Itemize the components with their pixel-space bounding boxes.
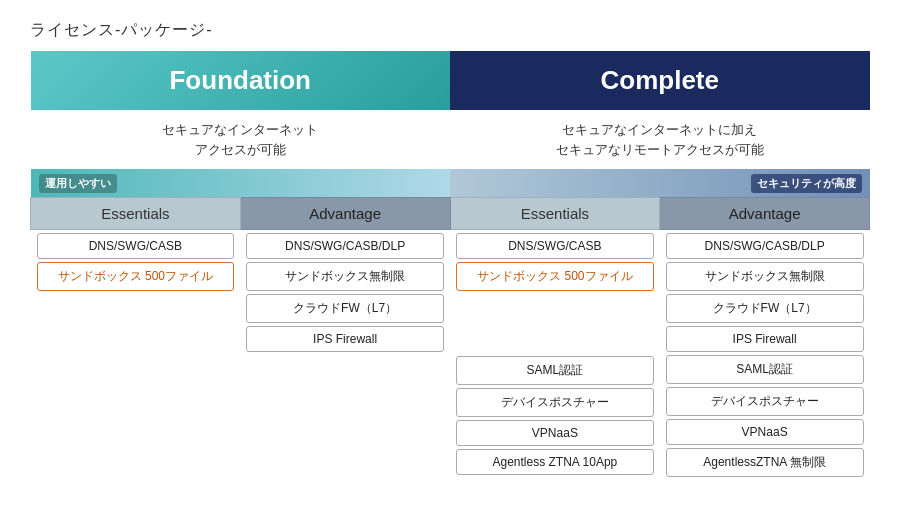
fa-col2-row1: DNS/SWG/CASB/DLP xyxy=(246,233,444,259)
ce-col3-row5: SAML認証 xyxy=(456,356,654,385)
ce-col3-row1: DNS/SWG/CASB xyxy=(456,233,654,259)
fa-col2-row4: IPS Firewall xyxy=(246,326,444,352)
ca-col4-row6: デバイスポスチャー xyxy=(666,387,864,416)
foundation-description: セキュアなインターネット アクセスが可能 xyxy=(31,110,451,169)
fa-col2-row3: クラウドFW（L7） xyxy=(246,294,444,323)
ce-col3-row8: Agentless ZTNA 10App xyxy=(456,449,654,475)
ca-col4-row2: サンドボックス無制限 xyxy=(666,262,864,291)
fa-col2-row2: サンドボックス無制限 xyxy=(246,262,444,291)
fe-col1-row1: DNS/SWG/CASB xyxy=(37,233,235,259)
complete-description: セキュアなインターネットに加え セキュアなリモートアクセスが可能 xyxy=(450,110,870,169)
page-title: ライセンス-パッケージ- xyxy=(30,20,870,41)
ca-col4-row1: DNS/SWG/CASB/DLP xyxy=(666,233,864,259)
ca-col4-row7: VPNaaS xyxy=(666,419,864,445)
foundation-advantage-header: Advantage xyxy=(240,198,450,230)
ce-col3-empty2 xyxy=(456,325,654,353)
ca-col4: DNS/SWG/CASB/DLP サンドボックス無制限 クラウドFW（L7） I… xyxy=(660,230,870,484)
foundation-header: Foundation xyxy=(31,51,451,110)
fe-col1: DNS/SWG/CASB サンドボックス 500ファイル xyxy=(31,230,241,484)
ca-col4-row3: クラウドFW（L7） xyxy=(666,294,864,323)
complete-essentials-header: Essentials xyxy=(450,198,660,230)
bar-right-label: セキュリティが高度 xyxy=(751,174,862,193)
ca-col4-row5: SAML認証 xyxy=(666,355,864,384)
gradient-bar-left: 運用しやすい xyxy=(31,169,451,198)
foundation-essentials-header: Essentials xyxy=(31,198,241,230)
fa-col2: DNS/SWG/CASB/DLP サンドボックス無制限 クラウドFW（L7） I… xyxy=(240,230,450,484)
complete-header: Complete xyxy=(450,51,870,110)
ce-col3-row6: デバイスポスチャー xyxy=(456,388,654,417)
ce-col3-row7: VPNaaS xyxy=(456,420,654,446)
ce-col3-empty1 xyxy=(456,294,654,322)
ce-col3-row2: サンドボックス 500ファイル xyxy=(456,262,654,291)
gradient-bar-right: セキュリティが高度 xyxy=(450,169,870,198)
ca-col4-row4: IPS Firewall xyxy=(666,326,864,352)
complete-advantage-header: Advantage xyxy=(660,198,870,230)
fe-col1-row2: サンドボックス 500ファイル xyxy=(37,262,235,291)
ca-col4-row8: AgentlessZTNA 無制限 xyxy=(666,448,864,477)
ce-col3: DNS/SWG/CASB サンドボックス 500ファイル SAML認証 デバイス… xyxy=(450,230,660,484)
bar-left-label: 運用しやすい xyxy=(39,174,117,193)
